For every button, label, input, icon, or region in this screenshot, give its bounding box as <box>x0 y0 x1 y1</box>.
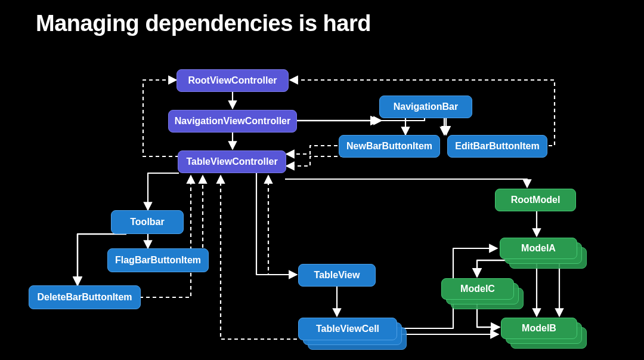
node-table-view: TableView <box>298 264 376 287</box>
node-flag-bar-button-item: FlagBarButtonItem <box>107 248 209 272</box>
node-table-view-controller: TableViewController <box>178 150 286 173</box>
node-model-c: ModelC <box>441 278 514 300</box>
slide-title: Managing dependencies is hard <box>36 11 371 36</box>
node-navigation-bar: NavigationBar <box>379 96 472 118</box>
node-model-b: ModelB <box>501 318 577 339</box>
node-delete-bar-button-item: DeleteBarButtonItem <box>29 285 141 309</box>
node-model-a: ModelA <box>500 238 577 259</box>
node-edit-bar-button-item: EditBarButtonItem <box>447 135 547 158</box>
node-root-model: RootModel <box>495 189 576 211</box>
node-root-view-controller: RootViewController <box>177 69 289 92</box>
node-table-view-cell: TableViewCell <box>298 318 397 340</box>
node-toolbar: Toolbar <box>111 210 184 234</box>
slide-stage: Managing dependencies is hard <box>0 0 644 360</box>
node-new-bar-button-item: NewBarButtonItem <box>339 135 440 158</box>
node-navigation-view-controller: NavigationViewController <box>168 110 297 133</box>
